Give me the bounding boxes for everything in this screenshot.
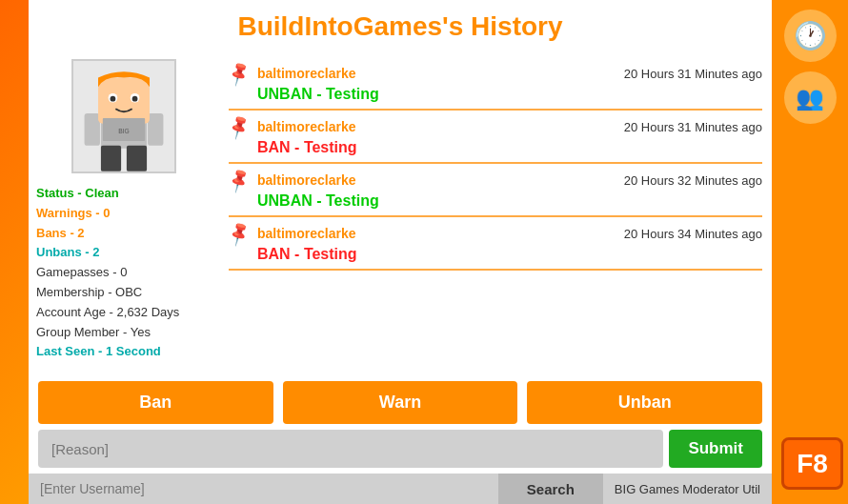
- pin-icon: 📌: [225, 59, 253, 88]
- content-row: BIG Status - CleanWarnings - 0Bans - 2Un…: [29, 50, 772, 373]
- title-bar: BuildIntoGames's History: [29, 0, 772, 50]
- history-entry: 📌baltimoreclarke20 Hours 34 Minutes agoB…: [229, 217, 762, 271]
- history-entry: 📌baltimoreclarke20 Hours 32 Minutes agoU…: [229, 164, 762, 217]
- stat-item: Unbans - 2: [36, 243, 179, 263]
- unban-button[interactable]: Unban: [527, 381, 762, 424]
- pin-icon: 📌: [225, 112, 253, 141]
- username-input[interactable]: [29, 474, 498, 504]
- stat-item: Last Seen - 1 Second: [36, 342, 179, 362]
- stats-container: Status - CleanWarnings - 0Bans - 2Unbans…: [36, 184, 179, 362]
- f8-badge[interactable]: F8: [781, 437, 843, 490]
- stat-item: Status - Clean: [36, 184, 179, 204]
- avatar: BIG: [71, 59, 176, 173]
- stat-item: Membership - OBC: [36, 283, 179, 303]
- svg-rect-2: [85, 113, 100, 146]
- stat-item: Account Age - 2,632 Days: [36, 303, 179, 323]
- history-top-row: 📌baltimoreclarke20 Hours 31 Minutes ago: [229, 116, 762, 137]
- svg-point-10: [132, 96, 138, 102]
- warn-button[interactable]: Warn: [283, 381, 518, 424]
- stat-item: Group Member - Yes: [36, 323, 179, 343]
- reason-input[interactable]: [38, 430, 663, 468]
- history-container: 📌baltimoreclarke20 Hours 31 Minutes agoU…: [229, 57, 762, 271]
- pin-icon: 📌: [225, 166, 253, 194]
- svg-rect-5: [127, 146, 147, 171]
- avatar-svg: BIG: [73, 61, 174, 171]
- history-time: 20 Hours 31 Minutes ago: [624, 67, 762, 81]
- moderator-label: BIG Games Moderator Util: [603, 474, 772, 504]
- action-bar: Ban Warn Unban Submit: [29, 373, 772, 475]
- history-entry: 📌baltimoreclarke20 Hours 31 Minutes agoB…: [229, 111, 762, 164]
- history-username: baltimoreclarke: [257, 172, 356, 188]
- stat-item: Warnings - 0: [36, 204, 179, 224]
- svg-rect-3: [148, 113, 163, 146]
- main-content: BuildIntoGames's History: [29, 0, 772, 475]
- info-panel: BIG Status - CleanWarnings - 0Bans - 2Un…: [29, 50, 219, 373]
- svg-point-9: [111, 96, 116, 102]
- svg-text:BIG: BIG: [118, 128, 130, 134]
- history-action: UNBAN - Testing: [257, 84, 762, 105]
- page-title: BuildIntoGames's History: [29, 11, 772, 42]
- history-username: baltimoreclarke: [257, 226, 356, 241]
- history-time: 20 Hours 34 Minutes ago: [624, 227, 762, 241]
- history-action: BAN - Testing: [257, 244, 762, 265]
- search-button[interactable]: Search: [498, 474, 603, 504]
- history-time: 20 Hours 32 Minutes ago: [624, 173, 762, 188]
- stat-item: Gamepasses - 0: [36, 263, 179, 283]
- pin-icon: 📌: [225, 219, 253, 248]
- history-top-row: 📌baltimoreclarke20 Hours 31 Minutes ago: [229, 63, 762, 84]
- history-time: 20 Hours 31 Minutes ago: [624, 120, 762, 134]
- group-icon: 👥: [784, 71, 837, 124]
- svg-rect-6: [98, 78, 150, 124]
- history-top-row: 📌baltimoreclarke20 Hours 32 Minutes ago: [229, 170, 762, 191]
- right-panel: 🕐 👥 F8: [772, 0, 848, 504]
- history-entry: 📌baltimoreclarke20 Hours 31 Minutes agoU…: [229, 57, 762, 111]
- history-username: baltimoreclarke: [257, 66, 356, 81]
- avatar-container: BIG: [36, 59, 212, 173]
- history-action: BAN - Testing: [257, 137, 762, 158]
- stat-item: Bans - 2: [36, 224, 179, 244]
- ban-button[interactable]: Ban: [38, 381, 273, 424]
- reason-row: Submit: [38, 430, 762, 468]
- svg-rect-4: [101, 146, 121, 171]
- history-top-row: 📌baltimoreclarke20 Hours 34 Minutes ago: [229, 223, 762, 244]
- history-username: baltimoreclarke: [257, 119, 356, 134]
- history-action: UNBAN - Testing: [257, 191, 762, 212]
- clock-icon: 🕐: [784, 10, 837, 62]
- action-buttons: Ban Warn Unban: [38, 381, 762, 424]
- submit-button[interactable]: Submit: [669, 430, 762, 468]
- bottom-bar: Search BIG Games Moderator Util: [29, 474, 772, 504]
- history-panel: 📌baltimoreclarke20 Hours 31 Minutes agoU…: [219, 50, 772, 373]
